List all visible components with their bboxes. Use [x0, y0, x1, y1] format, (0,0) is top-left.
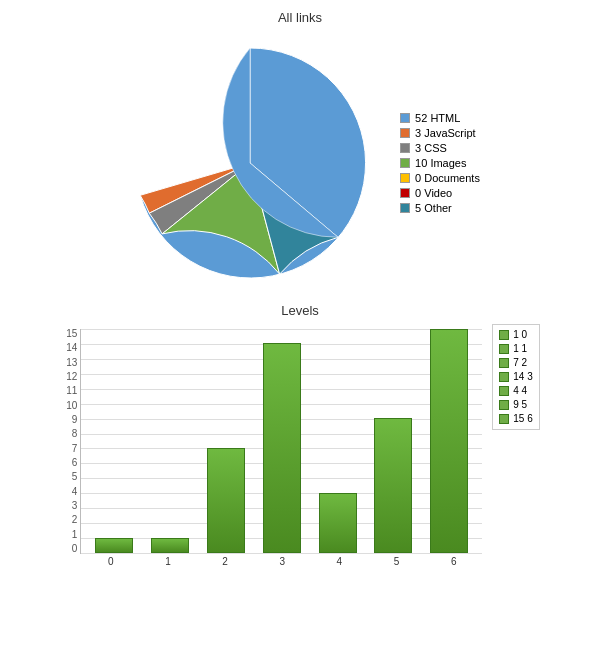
- bar-legend-item: 9 5: [499, 399, 532, 410]
- pie-legend-item: 3 JavaScript: [400, 127, 480, 139]
- pie-legend-item: 52 HTML: [400, 112, 480, 124]
- main-container: All links: [0, 0, 600, 660]
- bar-legend-color: [499, 344, 509, 354]
- x-axis-label: 4: [311, 556, 368, 567]
- pie-title: All links: [278, 10, 322, 25]
- legend-color-box: [400, 128, 410, 138]
- x-axis-label: 3: [254, 556, 311, 567]
- y-axis-label: 1: [60, 530, 77, 540]
- legend-label: 10 Images: [415, 157, 466, 169]
- legend-label: 5 Other: [415, 202, 452, 214]
- bar: [207, 448, 245, 553]
- bar-legend-label: 14 3: [513, 371, 532, 382]
- y-axis-label: 9: [60, 415, 77, 425]
- y-axis-label: 12: [60, 372, 77, 382]
- bar-legend-item: 4 4: [499, 385, 532, 396]
- pie-legend-item: 10 Images: [400, 157, 480, 169]
- x-axis-label: 1: [139, 556, 196, 567]
- bar-legend: 1 01 17 214 34 49 515 6: [492, 324, 539, 430]
- y-axis: 1514131211109876543210: [60, 329, 80, 554]
- bar-legend-color: [499, 372, 509, 382]
- bar-legend-color: [499, 414, 509, 424]
- y-axis-label: 0: [60, 544, 77, 554]
- bar-legend-color: [499, 386, 509, 396]
- legend-color-box: [400, 158, 410, 168]
- y-axis-label: 10: [60, 401, 77, 411]
- bar-group: [86, 329, 142, 553]
- y-axis-label: 6: [60, 458, 77, 468]
- bar-legend-item: 1 1: [499, 343, 532, 354]
- legend-color-box: [400, 203, 410, 213]
- y-axis-label: 7: [60, 444, 77, 454]
- x-axis-label: 5: [368, 556, 425, 567]
- legend-label: 0 Video: [415, 187, 452, 199]
- bars-row: [81, 329, 482, 553]
- bar-legend-color: [499, 358, 509, 368]
- legend-label: 0 Documents: [415, 172, 480, 184]
- y-axis-label: 4: [60, 487, 77, 497]
- pie-content: 52 HTML3 JavaScript3 CSS10 Images0 Docum…: [120, 33, 480, 293]
- y-axis-label: 5: [60, 472, 77, 482]
- y-axis-label: 15: [60, 329, 77, 339]
- y-axis-label: 8: [60, 429, 77, 439]
- legend-label: 3 JavaScript: [415, 127, 476, 139]
- pie-section: All links: [0, 10, 600, 293]
- x-axis-label: 6: [425, 556, 482, 567]
- y-axis-label: 2: [60, 515, 77, 525]
- bar-group: [310, 329, 366, 553]
- bar-legend-label: 9 5: [513, 399, 527, 410]
- bar: [263, 343, 301, 553]
- bar-legend-item: 15 6: [499, 413, 532, 424]
- y-axis-label: 11: [60, 386, 77, 396]
- grid-line: [81, 553, 482, 554]
- bar: [95, 538, 133, 553]
- legend-color-box: [400, 173, 410, 183]
- bar: [430, 329, 468, 553]
- legend-color-box: [400, 113, 410, 123]
- bar-group: [366, 329, 422, 553]
- pie-legend-item: 3 CSS: [400, 142, 480, 154]
- bar: [151, 538, 189, 553]
- bar-group: [142, 329, 198, 553]
- bar-chart-area: [80, 329, 482, 554]
- bar-group: [198, 329, 254, 553]
- bar-legend-color: [499, 400, 509, 410]
- legend-color-box: [400, 188, 410, 198]
- pie-legend-item: 5 Other: [400, 202, 480, 214]
- bar-legend-color: [499, 330, 509, 340]
- bar: [374, 418, 412, 553]
- bar-legend-label: 7 2: [513, 357, 527, 368]
- pie-chart: [120, 33, 380, 293]
- pie-svg: [120, 33, 380, 293]
- pie-legend-item: 0 Documents: [400, 172, 480, 184]
- bar-group: [421, 329, 477, 553]
- bar-legend-item: 7 2: [499, 357, 532, 368]
- x-axis-labels: 0123456: [82, 554, 482, 567]
- bar-section: Levels 1514131211109876543210 0123456 1 …: [0, 303, 600, 567]
- bar-title: Levels: [281, 303, 319, 318]
- bar-legend-label: 15 6: [513, 413, 532, 424]
- bar: [319, 493, 357, 553]
- legend-label: 3 CSS: [415, 142, 447, 154]
- bar-legend-label: 4 4: [513, 385, 527, 396]
- y-axis-label: 14: [60, 343, 77, 353]
- bar-legend-label: 1 1: [513, 343, 527, 354]
- pie-legend-item: 0 Video: [400, 187, 480, 199]
- y-axis-label: 13: [60, 358, 77, 368]
- bar-legend-label: 1 0: [513, 329, 527, 340]
- bar-group: [254, 329, 310, 553]
- bar-legend-item: 14 3: [499, 371, 532, 382]
- bar-legend-item: 1 0: [499, 329, 532, 340]
- pie-legend: 52 HTML3 JavaScript3 CSS10 Images0 Docum…: [400, 112, 480, 214]
- x-axis-label: 2: [197, 556, 254, 567]
- legend-color-box: [400, 143, 410, 153]
- legend-label: 52 HTML: [415, 112, 460, 124]
- y-axis-label: 3: [60, 501, 77, 511]
- x-axis-label: 0: [82, 556, 139, 567]
